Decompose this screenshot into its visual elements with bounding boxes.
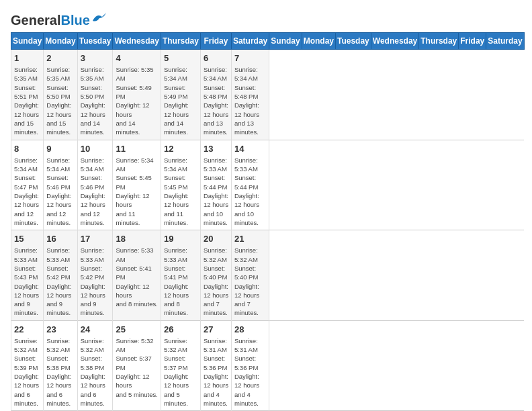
day-number: 28 <box>234 324 266 336</box>
day-info: Sunrise: 5:35 AM Sunset: 5:51 PM Dayligh… <box>14 65 40 136</box>
calendar-cell: 25Sunrise: 5:32 AM Sunset: 5:37 PM Dayli… <box>113 320 161 411</box>
calendar-cell: 4Sunrise: 5:35 AM Sunset: 5:49 PM Daylig… <box>113 50 161 140</box>
day-number: 15 <box>14 233 40 245</box>
calendar-header-row: SundayMondayTuesdayWednesdayThursdayFrid… <box>11 33 525 50</box>
day-number: 8 <box>14 143 40 155</box>
day-info: Sunrise: 5:34 AM Sunset: 5:48 PM Dayligh… <box>204 65 228 136</box>
day-info: Sunrise: 5:32 AM Sunset: 5:38 PM Dayligh… <box>46 336 74 408</box>
calendar-day-header: Monday <box>44 33 77 50</box>
day-info: Sunrise: 5:33 AM Sunset: 5:43 PM Dayligh… <box>14 246 40 317</box>
calendar-day-header: Friday <box>200 33 231 50</box>
calendar-day-header: Thursday <box>161 33 200 50</box>
calendar-day-header: Wednesday <box>113 33 161 50</box>
calendar-cell: 1Sunrise: 5:35 AM Sunset: 5:51 PM Daylig… <box>11 50 44 140</box>
page-header: GeneralBlue <box>11 11 521 27</box>
day-info: Sunrise: 5:35 AM Sunset: 5:50 PM Dayligh… <box>46 65 74 136</box>
calendar-cell: 8Sunrise: 5:34 AM Sunset: 5:47 PM Daylig… <box>11 140 44 230</box>
day-info: Sunrise: 5:32 AM Sunset: 5:40 PM Dayligh… <box>204 246 228 317</box>
day-number: 4 <box>116 52 157 64</box>
calendar-day-header: Tuesday <box>77 33 113 50</box>
day-info: Sunrise: 5:34 AM Sunset: 5:46 PM Dayligh… <box>81 156 110 227</box>
day-info: Sunrise: 5:33 AM Sunset: 5:41 PM Dayligh… <box>164 246 197 317</box>
calendar-day-header: Saturday <box>231 33 269 50</box>
day-number: 20 <box>204 233 228 245</box>
day-number: 11 <box>116 143 157 155</box>
day-info: Sunrise: 5:32 AM Sunset: 5:37 PM Dayligh… <box>164 336 197 408</box>
logo-general: General <box>11 13 60 28</box>
day-info: Sunrise: 5:34 AM Sunset: 5:45 PM Dayligh… <box>164 156 197 227</box>
day-of-week-header: Tuesday <box>335 33 371 50</box>
logo-bird-icon <box>91 11 106 24</box>
day-info: Sunrise: 5:35 AM Sunset: 5:49 PM Dayligh… <box>116 65 157 136</box>
day-of-week-header: Sunday <box>269 33 302 50</box>
day-number: 18 <box>116 233 157 245</box>
calendar-day-header: Sunday <box>11 33 44 50</box>
calendar-week-row: 22Sunrise: 5:32 AM Sunset: 5:39 PM Dayli… <box>11 320 525 411</box>
day-of-week-header: Wednesday <box>371 33 418 50</box>
calendar-cell: 3Sunrise: 5:35 AM Sunset: 5:50 PM Daylig… <box>77 50 113 140</box>
day-number: 16 <box>46 233 74 245</box>
calendar-cell: 21Sunrise: 5:32 AM Sunset: 5:40 PM Dayli… <box>231 230 269 321</box>
calendar-cell: 5Sunrise: 5:34 AM Sunset: 5:49 PM Daylig… <box>161 50 200 140</box>
day-number: 19 <box>164 233 197 245</box>
day-number: 13 <box>204 143 228 155</box>
calendar-cell: 17Sunrise: 5:33 AM Sunset: 5:42 PM Dayli… <box>77 230 113 321</box>
day-of-week-header: Friday <box>459 33 486 50</box>
day-number: 7 <box>234 52 266 64</box>
day-number: 3 <box>81 52 110 64</box>
day-info: Sunrise: 5:33 AM Sunset: 5:42 PM Dayligh… <box>46 246 74 317</box>
calendar-week-row: 8Sunrise: 5:34 AM Sunset: 5:47 PM Daylig… <box>11 140 525 230</box>
day-of-week-header: Saturday <box>486 33 524 50</box>
logo: GeneralBlue <box>11 13 106 27</box>
day-info: Sunrise: 5:32 AM Sunset: 5:40 PM Dayligh… <box>234 246 266 317</box>
calendar-week-row: 15Sunrise: 5:33 AM Sunset: 5:43 PM Dayli… <box>11 230 525 321</box>
calendar-cell: 13Sunrise: 5:33 AM Sunset: 5:44 PM Dayli… <box>200 140 231 230</box>
day-info: Sunrise: 5:31 AM Sunset: 5:36 PM Dayligh… <box>234 336 266 408</box>
calendar-cell: 11Sunrise: 5:34 AM Sunset: 5:45 PM Dayli… <box>113 140 161 230</box>
day-number: 14 <box>234 143 266 155</box>
day-number: 6 <box>204 52 228 64</box>
day-number: 25 <box>116 324 157 336</box>
calendar-cell: 27Sunrise: 5:31 AM Sunset: 5:36 PM Dayli… <box>200 320 231 411</box>
calendar-cell: 28Sunrise: 5:31 AM Sunset: 5:36 PM Dayli… <box>231 320 269 411</box>
day-of-week-header: Monday <box>302 33 335 50</box>
day-info: Sunrise: 5:34 AM Sunset: 5:48 PM Dayligh… <box>234 65 266 136</box>
day-number: 24 <box>81 324 110 336</box>
day-number: 9 <box>46 143 74 155</box>
day-info: Sunrise: 5:34 AM Sunset: 5:47 PM Dayligh… <box>14 156 40 227</box>
calendar-cell: 14Sunrise: 5:33 AM Sunset: 5:44 PM Dayli… <box>231 140 269 230</box>
day-number: 12 <box>164 143 197 155</box>
day-info: Sunrise: 5:35 AM Sunset: 5:50 PM Dayligh… <box>81 65 110 136</box>
day-info: Sunrise: 5:32 AM Sunset: 5:39 PM Dayligh… <box>14 336 40 408</box>
calendar-cell: 20Sunrise: 5:32 AM Sunset: 5:40 PM Dayli… <box>200 230 231 321</box>
day-info: Sunrise: 5:34 AM Sunset: 5:46 PM Dayligh… <box>46 156 74 227</box>
calendar-cell: 12Sunrise: 5:34 AM Sunset: 5:45 PM Dayli… <box>161 140 200 230</box>
calendar-cell: 15Sunrise: 5:33 AM Sunset: 5:43 PM Dayli… <box>11 230 44 321</box>
calendar-cell: 9Sunrise: 5:34 AM Sunset: 5:46 PM Daylig… <box>44 140 77 230</box>
day-info: Sunrise: 5:33 AM Sunset: 5:44 PM Dayligh… <box>234 156 266 227</box>
day-info: Sunrise: 5:33 AM Sunset: 5:41 PM Dayligh… <box>116 246 157 308</box>
day-number: 26 <box>164 324 197 336</box>
calendar-table: SundayMondayTuesdayWednesdayThursdayFrid… <box>11 32 525 411</box>
calendar-cell: 22Sunrise: 5:32 AM Sunset: 5:39 PM Dayli… <box>11 320 44 411</box>
day-info: Sunrise: 5:31 AM Sunset: 5:36 PM Dayligh… <box>204 336 228 408</box>
day-number: 1 <box>14 52 40 64</box>
calendar-cell: 7Sunrise: 5:34 AM Sunset: 5:48 PM Daylig… <box>231 50 269 140</box>
calendar-cell: 6Sunrise: 5:34 AM Sunset: 5:48 PM Daylig… <box>200 50 231 140</box>
calendar-cell: 26Sunrise: 5:32 AM Sunset: 5:37 PM Dayli… <box>161 320 200 411</box>
logo-blue: Blue <box>60 13 89 28</box>
day-number: 27 <box>204 324 228 336</box>
day-number: 5 <box>164 52 197 64</box>
day-number: 23 <box>46 324 74 336</box>
calendar-cell: 2Sunrise: 5:35 AM Sunset: 5:50 PM Daylig… <box>44 50 77 140</box>
calendar-cell: 18Sunrise: 5:33 AM Sunset: 5:41 PM Dayli… <box>113 230 161 321</box>
calendar-cell: 10Sunrise: 5:34 AM Sunset: 5:46 PM Dayli… <box>77 140 113 230</box>
day-number: 17 <box>81 233 110 245</box>
day-info: Sunrise: 5:34 AM Sunset: 5:45 PM Dayligh… <box>116 156 157 227</box>
day-info: Sunrise: 5:32 AM Sunset: 5:38 PM Dayligh… <box>81 336 110 408</box>
day-info: Sunrise: 5:34 AM Sunset: 5:49 PM Dayligh… <box>164 65 197 136</box>
day-info: Sunrise: 5:33 AM Sunset: 5:42 PM Dayligh… <box>81 246 110 317</box>
day-info: Sunrise: 5:32 AM Sunset: 5:37 PM Dayligh… <box>116 336 157 399</box>
day-info: Sunrise: 5:33 AM Sunset: 5:44 PM Dayligh… <box>204 156 228 227</box>
calendar-cell: 19Sunrise: 5:33 AM Sunset: 5:41 PM Dayli… <box>161 230 200 321</box>
